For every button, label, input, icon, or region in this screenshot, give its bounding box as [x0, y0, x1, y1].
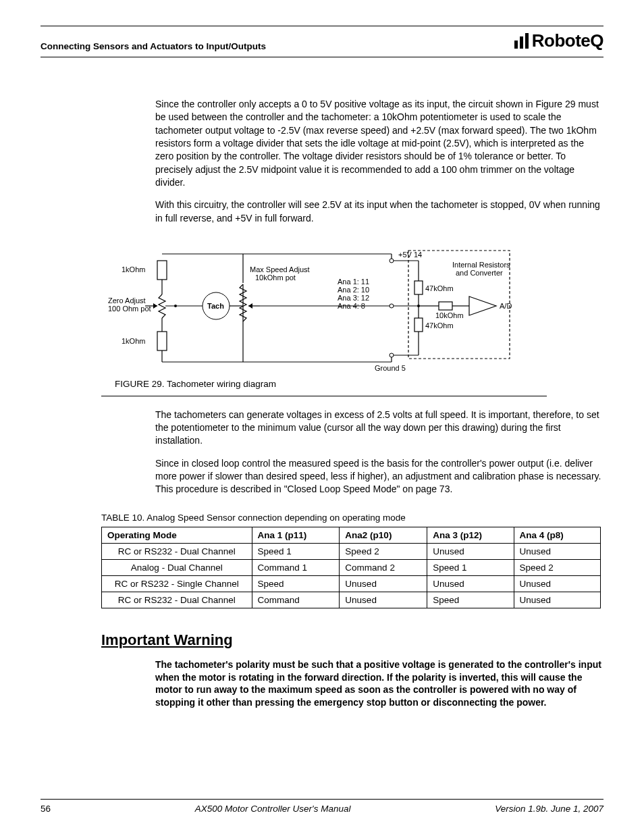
cell: RC or RS232 - Dual Channel — [102, 592, 252, 608]
table-row: RC or RS232 - Dual Channel Command Unuse… — [102, 592, 601, 608]
cell: Command 2 — [340, 559, 427, 575]
col-header: Ana 1 (p11) — [252, 527, 340, 543]
svg-text:47kOhm: 47kOhm — [425, 321, 454, 330]
svg-text:and Converter: and Converter — [456, 269, 503, 277]
svg-point-55 — [417, 305, 420, 307]
body-copy: Since the controller only accepts a 0 to… — [155, 98, 603, 225]
col-header: Ana 4 (p8) — [514, 527, 600, 543]
body-copy-2: The tachometers can generate voltages in… — [155, 409, 603, 496]
svg-text:47kOhm: 47kOhm — [425, 284, 454, 292]
table-10: Operating Mode Ana 1 (p11) Ana2 (p10) An… — [101, 527, 601, 608]
brand-logo: RoboteQ — [514, 30, 603, 51]
cell: RC or RS232 - Single Channel — [102, 575, 252, 592]
svg-point-2 — [390, 259, 394, 263]
footer-title: AX500 Motor Controller User's Manual — [195, 804, 351, 814]
svg-text:Internal Resistors: Internal Resistors — [452, 261, 510, 269]
cell: Unused — [340, 592, 427, 608]
figure-29: .ln { stroke:#000; stroke-width:1.2; fil… — [101, 244, 547, 396]
cell: Speed 2 — [514, 559, 600, 575]
cell: Unused — [514, 575, 600, 592]
logo-bars-icon — [514, 33, 529, 49]
brand-text: RoboteQ — [532, 30, 603, 51]
section-title: Connecting Sensors and Actuators to Inpu… — [41, 37, 266, 51]
paragraph: Since the controller only accepts a 0 to… — [155, 98, 603, 189]
warning-body: The tachometer's polarity must be such t… — [155, 658, 603, 710]
cell: Speed 1 — [252, 543, 340, 559]
cell: Command 1 — [252, 559, 340, 575]
svg-text:100 Ohm pot: 100 Ohm pot — [108, 305, 151, 313]
table-caption: TABLE 10. Analog Speed Sensor connection… — [101, 513, 603, 523]
circuit-diagram: .ln { stroke:#000; stroke-width:1.2; fil… — [108, 244, 540, 372]
table-row: RC or RS232 - Single Channel Speed Unuse… — [102, 575, 601, 592]
table-row: Analog - Dual Channel Command 1 Command … — [102, 559, 601, 575]
svg-text:+5V  14: +5V 14 — [398, 251, 422, 259]
cell: Command — [252, 592, 340, 608]
paragraph: The tachometers can generate voltages in… — [155, 409, 603, 448]
cell: Unused — [427, 543, 514, 559]
svg-text:1kOhm: 1kOhm — [122, 337, 145, 345]
cell: Unused — [514, 592, 600, 608]
svg-point-22 — [174, 305, 177, 307]
col-header: Ana 3 (p12) — [427, 527, 514, 543]
page-number: 56 — [41, 804, 51, 814]
svg-text:A/D: A/D — [500, 302, 512, 310]
paragraph: Since in closed loop control the measure… — [155, 457, 603, 496]
cell: Speed — [427, 592, 514, 608]
table-title-text: Analog Speed Sensor connection depending… — [146, 513, 406, 523]
svg-point-17 — [390, 353, 394, 357]
svg-text:1kOhm: 1kOhm — [122, 265, 145, 273]
svg-text:Ana 2:  10: Ana 2: 10 — [338, 286, 369, 294]
svg-text:Ana 4:    8: Ana 4: 8 — [338, 302, 365, 310]
cell: RC or RS232 - Dual Channel — [102, 543, 252, 559]
svg-rect-44 — [439, 302, 452, 310]
footer-version: Version 1.9b. June 1, 2007 — [495, 804, 603, 814]
col-header: Ana2 (p10) — [340, 527, 427, 543]
svg-rect-4 — [157, 261, 167, 280]
svg-text:10kOhm pot: 10kOhm pot — [255, 273, 296, 282]
cell: Unused — [427, 575, 514, 592]
figure-caption: FIGURE 29. Tachometer wiring diagram — [115, 379, 547, 389]
svg-text:Tach: Tach — [207, 302, 224, 310]
cell: Unused — [514, 543, 600, 559]
svg-text:Max Speed Adjust: Max Speed Adjust — [250, 265, 310, 273]
header-bar: Connecting Sensors and Actuators to Inpu… — [41, 26, 603, 57]
svg-text:Zero Adjust: Zero Adjust — [108, 296, 146, 305]
table-number: TABLE 10. — [101, 513, 144, 523]
page-footer: 56 AX500 Motor Controller User's Manual … — [41, 799, 603, 814]
svg-text:10kOhm: 10kOhm — [435, 311, 464, 319]
svg-text:Ana 1:  11: Ana 1: 11 — [338, 278, 369, 286]
svg-rect-49 — [414, 318, 423, 332]
cell: Analog - Dual Channel — [102, 559, 252, 575]
table-header-row: Operating Mode Ana 1 (p11) Ana2 (p10) An… — [102, 527, 601, 543]
figure-text: Tachometer wiring diagram — [167, 379, 276, 389]
col-header: Operating Mode — [102, 527, 252, 543]
cell: Unused — [340, 575, 427, 592]
svg-point-31 — [390, 304, 394, 308]
svg-rect-12 — [157, 332, 167, 350]
svg-text:Ana 3:  12: Ana 3: 12 — [338, 294, 369, 302]
page: Connecting Sensors and Actuators to Inpu… — [0, 0, 644, 834]
table-row: RC or RS232 - Dual Channel Speed 1 Speed… — [102, 543, 601, 559]
svg-rect-40 — [414, 281, 423, 294]
svg-text:Ground  5: Ground 5 — [375, 364, 406, 372]
cell: Speed 2 — [340, 543, 427, 559]
cell: Speed 1 — [427, 559, 514, 575]
paragraph: With this circuitry, the controller will… — [155, 199, 603, 225]
warning-heading: Important Warning — [101, 631, 603, 649]
cell: Speed — [252, 575, 340, 592]
figure-number: FIGURE 29. — [115, 379, 165, 389]
